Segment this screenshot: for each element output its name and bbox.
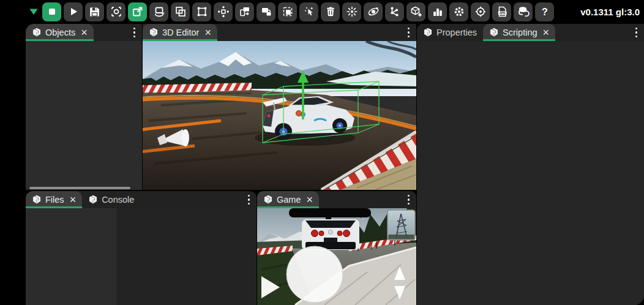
editor-3d-panel: 3D Editor ×: [143, 24, 416, 190]
scale-tool-button[interactable]: [171, 2, 190, 21]
editor-tabstrip: 3D Editor ×: [143, 24, 416, 41]
cube-icon: [88, 195, 98, 205]
tab-properties[interactable]: Properties: [417, 24, 483, 41]
cube-icon: [489, 28, 499, 37]
stop-button[interactable]: [42, 2, 61, 21]
nodes-button[interactable]: [385, 2, 404, 21]
speedometer: [286, 246, 343, 303]
svg-text:?: ?: [542, 7, 548, 17]
close-icon[interactable]: ×: [81, 27, 88, 38]
tab-label: Console: [102, 195, 134, 205]
play-button[interactable]: [64, 2, 83, 21]
orbit-button[interactable]: [364, 2, 383, 21]
bounds-tool-button[interactable]: [192, 2, 211, 21]
settings-button[interactable]: [449, 2, 468, 21]
preview-button[interactable]: [107, 2, 125, 21]
database-sync-button[interactable]: [514, 2, 533, 21]
delete-button[interactable]: [321, 2, 340, 21]
scripting-tabstrip: Properties Scripting ×: [417, 24, 644, 41]
minimap: [388, 210, 415, 240]
tab-scripting[interactable]: Scripting ×: [483, 24, 555, 41]
gizmo-button[interactable]: [471, 2, 490, 21]
version-label: v0.1311 gl:3.0: [580, 7, 642, 17]
editor-menu-button[interactable]: [401, 28, 417, 38]
game-menu-button[interactable]: [401, 195, 417, 205]
tab-files[interactable]: Files ×: [26, 191, 82, 208]
stats-button[interactable]: [428, 2, 447, 21]
3d-viewport[interactable]: [143, 41, 416, 190]
objects-scrollbar[interactable]: [29, 187, 130, 189]
duplicate-button[interactable]: [235, 2, 254, 21]
game-panel: Game ×: [257, 191, 416, 305]
tab-label: 3D Editor: [162, 28, 199, 37]
cube-icon: [32, 195, 42, 205]
scripting-panel: Properties Scripting ×: [417, 24, 644, 305]
file-grid: [116, 208, 256, 305]
files-menu-button[interactable]: [241, 195, 257, 205]
save-button[interactable]: [85, 2, 104, 21]
close-icon[interactable]: ×: [307, 194, 313, 205]
close-icon[interactable]: ×: [70, 194, 77, 205]
cube-icon: [423, 28, 433, 37]
game-tabstrip: Game ×: [257, 191, 416, 208]
tab-objects[interactable]: Objects ×: [26, 24, 94, 41]
svg-text:APK: APK: [499, 12, 506, 15]
lock-object-button[interactable]: [256, 2, 275, 21]
file-tree: [26, 208, 116, 305]
toolbar: APK?v0.1311 gl:3.0: [27, 1, 642, 22]
help-button[interactable]: ?: [535, 2, 554, 21]
tab-3d-editor[interactable]: 3D Editor ×: [143, 24, 217, 41]
move-tool-button[interactable]: [128, 2, 147, 21]
close-icon[interactable]: ×: [204, 27, 211, 38]
tab-label: Game: [277, 195, 301, 205]
tab-label: Scripting: [503, 28, 537, 37]
scripting-menu-button[interactable]: [629, 28, 644, 38]
tab-label: Properties: [436, 28, 477, 37]
light-button[interactable]: [342, 2, 361, 21]
files-tabstrip: Files × Console: [26, 191, 256, 208]
code-editor[interactable]: [417, 41, 644, 305]
pointer-tool-button[interactable]: [299, 2, 318, 21]
apk-export-button[interactable]: APK: [492, 2, 511, 21]
cube-icon: [149, 28, 159, 37]
cube-icon: [263, 195, 273, 205]
app-screen: APK?v0.1311 gl:3.0 Objects × 3D Editor ×: [0, 0, 644, 305]
add-object-button[interactable]: [406, 2, 425, 21]
close-icon[interactable]: ×: [543, 27, 550, 38]
objects-tabstrip: Objects ×: [26, 24, 142, 41]
tab-label: Objects: [45, 28, 75, 37]
tab-game[interactable]: Game ×: [257, 191, 319, 208]
files-panel: Files × Console: [26, 191, 256, 305]
tab-label: Files: [45, 195, 64, 205]
tab-console[interactable]: Console: [82, 191, 140, 208]
selection-button[interactable]: [278, 2, 297, 21]
objects-panel: Objects ×: [26, 24, 142, 190]
game-viewport[interactable]: [257, 208, 416, 305]
cube-icon: [32, 28, 42, 37]
center-tool-button[interactable]: [214, 2, 233, 21]
files-content: [26, 208, 256, 305]
rotate-tool-button[interactable]: [149, 2, 168, 21]
scene-dropdown-button[interactable]: [27, 2, 40, 21]
objects-menu-button[interactable]: [127, 28, 143, 38]
